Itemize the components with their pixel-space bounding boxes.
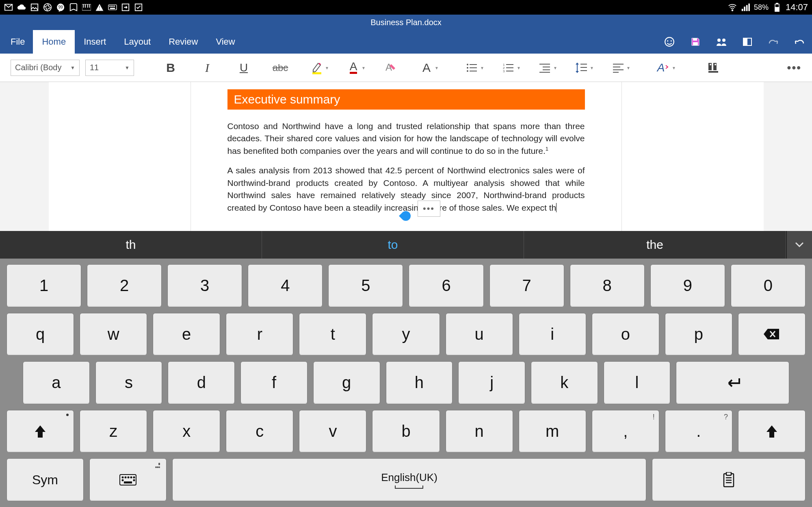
key-comma[interactable]: , !	[592, 410, 659, 453]
emoji-icon[interactable]	[663, 36, 676, 48]
font-name-select[interactable]: Calibri (Body ▼	[11, 60, 80, 76]
on-screen-keyboard: 1 2 3 4 5 6 7 8 9 0 q w e r t y u i o p …	[0, 259, 812, 507]
key-k[interactable]: k	[531, 361, 598, 404]
find-button[interactable]	[704, 59, 722, 77]
key-g[interactable]: g	[313, 361, 380, 404]
numbering-button[interactable]: 123 ▼	[500, 59, 518, 77]
key-backspace[interactable]	[738, 313, 806, 356]
undo-icon[interactable]	[793, 36, 806, 48]
key-row-bottom: Sym English(UK)	[6, 458, 806, 501]
font-size-select[interactable]: 11 ▼	[85, 60, 134, 76]
svg-point-25	[722, 39, 725, 42]
italic-button[interactable]: I	[198, 59, 216, 77]
suggestion-3[interactable]: the	[524, 231, 786, 259]
key-keyboard-settings[interactable]	[89, 458, 167, 501]
key-x[interactable]: x	[153, 410, 220, 453]
clock-text: 14:07	[786, 2, 808, 13]
tab-insert[interactable]: Insert	[75, 30, 115, 54]
font-size-menu-button[interactable]: A▼	[418, 59, 435, 77]
bullets-button[interactable]: ▼	[463, 59, 481, 77]
key-2[interactable]: 2	[87, 264, 162, 307]
keyboard-status-icon	[108, 3, 117, 12]
indent-button[interactable]: ▼	[536, 59, 554, 77]
font-color-button[interactable]: A ▼	[344, 59, 362, 77]
line-spacing-button[interactable]: ▼	[573, 59, 591, 77]
key-7[interactable]: 7	[489, 264, 564, 307]
suggestion-2[interactable]: to	[262, 231, 524, 259]
key-c[interactable]: c	[226, 410, 293, 453]
svg-rect-49	[613, 64, 624, 65]
key-j[interactable]: j	[458, 361, 525, 404]
key-enter[interactable]	[676, 361, 789, 404]
tab-home[interactable]: Home	[33, 30, 75, 54]
key-i[interactable]: i	[519, 313, 586, 356]
paragraph-1[interactable]: Contoso and Northwind have a long and tr…	[227, 120, 585, 157]
tab-file[interactable]: File	[6, 30, 33, 54]
key-8[interactable]: 8	[570, 264, 645, 307]
key-q[interactable]: q	[6, 313, 74, 356]
svg-rect-52	[613, 72, 619, 73]
share-icon[interactable]	[715, 36, 728, 48]
footnote-ref[interactable]: 1	[546, 146, 548, 152]
key-clipboard[interactable]	[652, 458, 806, 501]
key-d[interactable]: d	[168, 361, 235, 404]
key-t[interactable]: t	[299, 313, 366, 356]
warning-icon	[95, 3, 104, 12]
svg-point-10	[111, 6, 112, 6]
key-shift-left[interactable]	[6, 410, 74, 453]
key-r[interactable]: r	[226, 313, 293, 356]
keyboard-collapse-button[interactable]	[786, 231, 812, 259]
key-5[interactable]: 5	[328, 264, 403, 307]
key-z[interactable]: z	[80, 410, 147, 453]
context-menu-button[interactable]: •••	[418, 201, 440, 217]
key-6[interactable]: 6	[409, 264, 483, 307]
key-o[interactable]: o	[592, 313, 659, 356]
key-h[interactable]: h	[386, 361, 453, 404]
key-n[interactable]: n	[446, 410, 513, 453]
bold-button[interactable]: B	[162, 59, 180, 77]
key-space[interactable]: English(UK)	[172, 458, 646, 501]
tab-layout[interactable]: Layout	[115, 30, 160, 54]
key-u[interactable]: u	[446, 313, 513, 356]
tab-review[interactable]: Review	[160, 30, 207, 54]
save-icon[interactable]	[689, 36, 702, 48]
key-m[interactable]: m	[519, 410, 586, 453]
key-f[interactable]: f	[240, 361, 307, 404]
key-e[interactable]: e	[153, 313, 220, 356]
key-a[interactable]: a	[23, 361, 90, 404]
heading-executive-summary[interactable]: Executive summary	[227, 89, 585, 110]
key-9[interactable]: 9	[650, 264, 725, 307]
more-options-button[interactable]: •••	[787, 61, 801, 74]
paragraph-2[interactable]: A sales analysis from 2013 showed that 4…	[227, 164, 585, 214]
svg-rect-33	[470, 67, 477, 68]
document-page[interactable]: Executive summary Contoso and Northwind …	[191, 82, 621, 231]
align-button[interactable]: ▼	[609, 59, 627, 77]
strikethrough-button[interactable]: abc	[271, 59, 289, 77]
key-period[interactable]: . ?	[665, 410, 732, 453]
key-v[interactable]: v	[299, 410, 366, 453]
key-s[interactable]: s	[95, 361, 162, 404]
key-y[interactable]: y	[372, 313, 440, 356]
highlight-button[interactable]: ▼	[308, 59, 326, 77]
key-w[interactable]: w	[80, 313, 147, 356]
underline-button[interactable]: U	[235, 59, 253, 77]
key-sym[interactable]: Sym	[6, 458, 84, 501]
reading-view-icon[interactable]	[741, 36, 754, 48]
document-area[interactable]: Executive summary Contoso and Northwind …	[0, 82, 812, 231]
key-4[interactable]: 4	[248, 264, 323, 307]
svg-rect-44	[543, 69, 550, 70]
key-3[interactable]: 3	[167, 264, 242, 307]
document-title: Business Plan.docx	[370, 18, 442, 27]
tab-view[interactable]: View	[207, 30, 244, 54]
key-0[interactable]: 0	[731, 264, 806, 307]
svg-point-15	[732, 10, 733, 11]
key-shift-right[interactable]	[738, 410, 806, 453]
styles-button[interactable]: A ▼	[655, 59, 673, 77]
clear-formatting-button[interactable]: A	[381, 59, 399, 77]
key-l[interactable]: l	[604, 361, 671, 404]
redo-icon[interactable]	[767, 36, 780, 48]
key-p[interactable]: p	[665, 313, 732, 356]
key-b[interactable]: b	[372, 410, 440, 453]
key-1[interactable]: 1	[6, 264, 81, 307]
suggestion-1[interactable]: th	[0, 231, 262, 259]
